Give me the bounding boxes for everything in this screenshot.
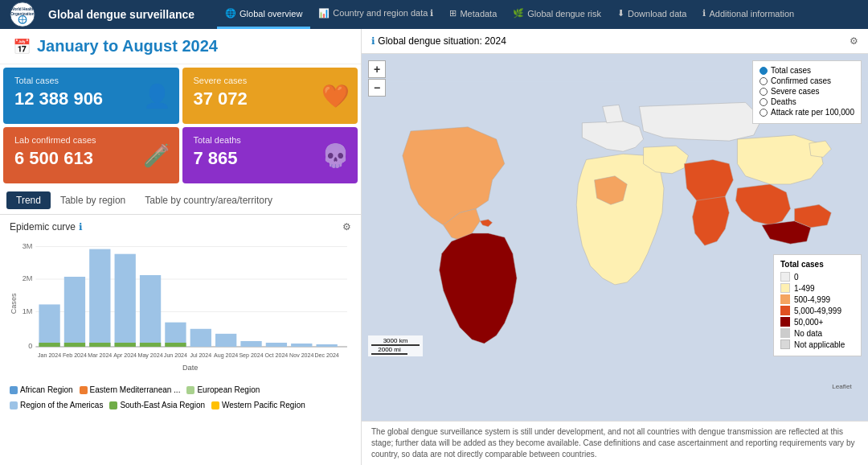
svg-text:World Health: World Health: [10, 7, 35, 11]
svg-text:0: 0: [28, 342, 32, 350]
svg-text:Nov 2024: Nov 2024: [289, 352, 313, 359]
legend-color-european: [186, 386, 194, 394]
map-footer: The global dengue surveillance system is…: [362, 421, 868, 465]
map-info-icon: ℹ: [371, 35, 375, 47]
svg-rect-32: [165, 343, 186, 347]
legend-color-americas: [10, 401, 18, 409]
radio-severe-cases[interactable]: Severe cases: [760, 87, 854, 96]
svg-rect-31: [140, 343, 161, 347]
legend-label-3: 5,000-49,999: [794, 307, 841, 315]
svg-rect-19: [140, 275, 161, 347]
svg-rect-27: [39, 343, 59, 347]
svg-text:Jun 2024: Jun 2024: [164, 352, 187, 359]
tab-by-country[interactable]: Table by country/area/territory: [135, 191, 282, 209]
calendar-icon: 📅: [13, 38, 31, 56]
svg-text:Cases: Cases: [10, 293, 18, 314]
leaf-icon: 🌿: [513, 8, 524, 19]
svg-text:Oct 2024: Oct 2024: [265, 352, 289, 359]
svg-rect-23: [240, 341, 261, 347]
legend-label-wp: Western Pacific Region: [222, 401, 305, 409]
nav-country-region[interactable]: 📊 Country and region data ℹ: [310, 0, 441, 29]
map-title-text: Global dengue situation: 2024: [378, 35, 506, 47]
info-icon: ℹ: [702, 8, 706, 19]
map-settings-icon[interactable]: ⚙: [850, 35, 858, 47]
radio-label-attack: Attack rate per 100,000: [771, 108, 854, 117]
map-zoom-controls: + −: [368, 60, 386, 97]
right-panel: ℹ Global dengue situation: 2024 ⚙ + − 30…: [362, 29, 868, 465]
nav-additional-info[interactable]: ℹ Additional information: [694, 0, 802, 29]
lab-confirmed-card: Lab confirmed cases 6 500 613 🧪: [3, 127, 179, 183]
radio-deaths[interactable]: Deaths: [760, 97, 854, 106]
chart-title-left: Epidemic curve ℹ: [10, 221, 83, 232]
legend-european: European Region: [186, 385, 260, 394]
legend-eastern-med: Eastern Mediterranean ...: [80, 385, 181, 394]
legend-color-1: [780, 283, 790, 293]
map-footer-text: The global dengue surveillance system is…: [371, 427, 854, 459]
chart-area: Epidemic curve ℹ ⚙ 3M 2M 1M 0 Cases: [0, 215, 361, 465]
chart-title-text: Epidemic curve: [10, 221, 76, 232]
svg-rect-25: [291, 344, 312, 347]
skull-icon: 💀: [321, 142, 350, 169]
main-nav: 🌐 Global overview 📊 Country and region d…: [217, 0, 858, 29]
grid-icon: ⊞: [449, 8, 457, 19]
nav-metadata[interactable]: ⊞ Metadata: [441, 0, 505, 29]
radio-circle-severe: [760, 88, 768, 96]
zoom-in-button[interactable]: +: [368, 60, 386, 78]
main-content: 📅 January to August 2024 Total cases 12 …: [0, 29, 868, 465]
legend-row-2: 500-4,999: [780, 294, 854, 304]
legend-row-0: 0: [780, 272, 854, 282]
svg-rect-26: [316, 344, 337, 347]
severe-cases-card: Severe cases 37 072 ❤️: [182, 68, 358, 124]
left-panel: 📅 January to August 2024 Total cases 12 …: [0, 29, 362, 465]
legend-label-1: 1-499: [794, 284, 815, 293]
heart-icon: ❤️: [321, 83, 350, 109]
radio-circle-attack: [760, 109, 768, 117]
nav-dengue-risk[interactable]: 🌿 Global dengue risk: [505, 0, 609, 29]
map-scale: 3000 km 2000 mi: [368, 335, 423, 356]
tab-by-region[interactable]: Table by region: [51, 191, 135, 209]
map-legend: Total cases 0 1-499 500-4,999 5,000-49,9…: [773, 254, 862, 356]
svg-text:Dec 2024: Dec 2024: [314, 352, 338, 359]
legend-label-0: 0: [794, 273, 799, 282]
legend-row-3: 5,000-49,999: [780, 306, 854, 315]
chart-settings-icon[interactable]: ⚙: [342, 221, 351, 232]
svg-text:Date: Date: [182, 364, 198, 372]
chart-icon: 📊: [318, 8, 330, 19]
svg-text:Sep 2024: Sep 2024: [239, 352, 263, 359]
svg-rect-28: [64, 343, 85, 347]
svg-text:Aug 2024: Aug 2024: [214, 352, 238, 359]
svg-text:3M: 3M: [23, 242, 33, 250]
radio-attack-rate[interactable]: Attack rate per 100,000: [760, 108, 854, 117]
svg-text:Jan 2024: Jan 2024: [38, 352, 61, 359]
radio-confirmed-cases[interactable]: Confirmed cases: [760, 76, 854, 85]
svg-rect-17: [89, 249, 110, 347]
zoom-out-button[interactable]: −: [368, 79, 386, 97]
nav-global-overview[interactable]: 🌐 Global overview: [217, 0, 310, 29]
svg-text:Mar 2024: Mar 2024: [88, 352, 112, 359]
map-legend-title: Total cases: [780, 260, 854, 269]
total-cases-card: Total cases 12 388 906 👤: [3, 68, 179, 124]
svg-text:1M: 1M: [23, 307, 33, 315]
svg-text:Feb 2024: Feb 2024: [63, 352, 87, 359]
svg-rect-15: [39, 304, 59, 347]
chart-title-bar: Epidemic curve ℹ ⚙: [10, 221, 351, 232]
radio-label-severe: Severe cases: [771, 87, 820, 96]
tab-trend[interactable]: Trend: [6, 191, 51, 209]
svg-text:May 2024: May 2024: [138, 352, 163, 359]
nav-download[interactable]: ⬇ Download data: [609, 0, 694, 29]
date-header: 📅 January to August 2024: [0, 29, 361, 64]
svg-text:Leaflet: Leaflet: [832, 383, 852, 390]
date-range-title: January to August 2024: [37, 37, 218, 56]
legend-label-eastern-med: Eastern Mediterranean ...: [90, 385, 181, 394]
map-radio-options: Total cases Confirmed cases Severe cases…: [752, 60, 862, 124]
svg-text:Jul 2024: Jul 2024: [190, 352, 211, 359]
map-container[interactable]: + − 3000 km 2000 mi Total cases Confirme…: [362, 54, 868, 421]
chart-info-icon: ℹ: [79, 221, 83, 232]
legend-label-sea: South-East Asia Region: [120, 401, 205, 409]
app-title: Global dengue surveillance: [48, 8, 194, 21]
map-header: ℹ Global dengue situation: 2024 ⚙: [362, 29, 868, 54]
legend-color-2: [780, 294, 790, 304]
legend-row-4: 50,000+: [780, 317, 854, 327]
radio-total-cases[interactable]: Total cases: [760, 66, 854, 75]
stats-grid: Total cases 12 388 906 👤 Severe cases 37…: [0, 64, 361, 187]
